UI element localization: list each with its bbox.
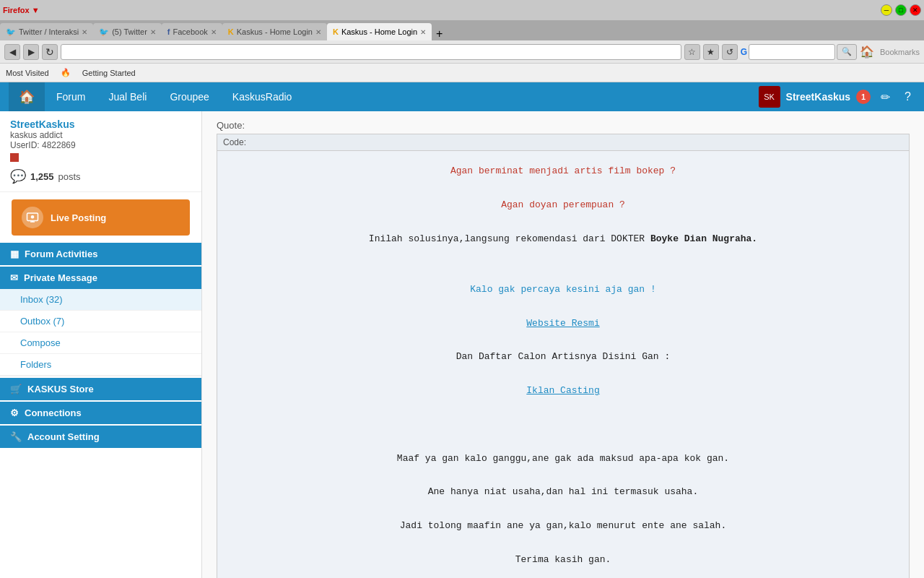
sidebar-live-posting-button[interactable]: Live Posting: [12, 199, 190, 236]
private-message-submenu: Inbox (32) Outbox (7) Compose Folders: [0, 289, 201, 376]
star-filled-button[interactable]: ★: [703, 44, 719, 60]
tab-close[interactable]: ✕: [211, 28, 217, 36]
tab-label: Kaskus - Home Login: [341, 27, 417, 36]
sidebar-inbox[interactable]: Inbox (32): [0, 289, 201, 311]
code-box: Code: Agan berminat menjadi artis film b…: [217, 134, 910, 578]
page: 🏠 Forum Jual Beli Groupee KaskusRadio SK…: [0, 82, 924, 578]
new-tab-button[interactable]: +: [432, 27, 447, 40]
kaskus-home-button[interactable]: 🏠: [9, 82, 45, 111]
live-posting-label: Live Posting: [51, 212, 106, 223]
tab-kaskus-1[interactable]: K Kaskus - Home Login ✕: [222, 23, 327, 40]
bookmarks-bar: Most Visited 🔥 Getting Started: [0, 64, 924, 82]
browser-addressbar: ◀ ▶ ↻ www.kaskus.co.id/pm/view/0/3956657…: [0, 40, 924, 64]
forward-button[interactable]: ▶: [23, 44, 39, 60]
sidebar-connections[interactable]: ⚙ Connections: [0, 402, 201, 424]
sidebar-forum-activities[interactable]: ▦ Forum Activities: [0, 243, 201, 265]
help-icon[interactable]: ?: [900, 90, 915, 103]
tab-kaskus-2[interactable]: K Kaskus - Home Login ✕: [327, 23, 432, 40]
window-controls: ─ □ ✕: [881, 4, 921, 16]
posts-label: posts: [58, 171, 81, 182]
sidebar-account-setting[interactable]: 🔧 Account Setting: [0, 426, 201, 448]
notification-badge[interactable]: 1: [856, 90, 871, 104]
forum-activities-icon: ▦: [10, 249, 19, 259]
search-input[interactable]: pierce the veil: [749, 44, 835, 60]
google-logo: G: [741, 47, 747, 57]
tab-close[interactable]: ✕: [150, 28, 156, 36]
kaskus-tab-icon-1: K: [228, 27, 234, 36]
account-setting-label: Account Setting: [27, 431, 100, 442]
search-button[interactable]: 🔍: [837, 44, 857, 60]
msg-line-7: Iklan Casting: [232, 382, 894, 399]
tab-label: (5) Twitter: [112, 27, 147, 36]
minimize-button[interactable]: ─: [881, 4, 892, 16]
star-button[interactable]: ☆: [684, 44, 700, 60]
kaskus-store-icon: 🛒: [10, 384, 22, 394]
tab-close[interactable]: ✕: [420, 28, 426, 36]
reload-button[interactable]: ↺: [722, 44, 738, 60]
tab-twitter-interaksi[interactable]: 🐦 Twitter / Interaksi ✕: [0, 23, 93, 40]
tab-label: Facebook: [173, 27, 208, 36]
connections-label: Connections: [25, 407, 82, 418]
facebook-tab-icon: f: [167, 27, 170, 36]
bookmark-most-visited[interactable]: Most Visited: [6, 69, 49, 77]
nav-forum[interactable]: Forum: [45, 82, 97, 111]
user-avatar: SK: [759, 86, 780, 108]
msg-line-6: Dan Daftar Calon Artisnya Disini Gan :: [232, 348, 894, 365]
sidebar-kaskus-store[interactable]: 🛒 KASKUS Store: [0, 378, 201, 400]
msg-line-2: Agan doyan perempuan ?: [232, 197, 894, 213]
address-input[interactable]: www.kaskus.co.id/pm/view/0/39566576: [61, 44, 681, 60]
refresh-button[interactable]: ↻: [42, 44, 58, 60]
sidebar-compose[interactable]: Compose: [0, 332, 201, 354]
posts-count: 1,255: [30, 171, 54, 182]
maximize-button[interactable]: □: [895, 4, 907, 16]
nav-right: SK StreetKaskus 1 ✏ ?: [759, 86, 915, 108]
firefox-logo: Firefox ▼: [3, 6, 40, 14]
search-wrapper: G pierce the veil 🔍: [741, 44, 857, 60]
nav-jual-beli[interactable]: Jual Beli: [97, 82, 158, 111]
msg-line-8: Maaf ya gan kalo ganggu,ane gak ada maks…: [232, 450, 894, 467]
user-status-indicator: [10, 153, 19, 162]
sidebar-private-message[interactable]: ✉ Private Message: [0, 267, 201, 289]
home-button[interactable]: 🏠: [860, 45, 874, 59]
twitter-tab-icon: 🐦: [6, 27, 16, 37]
bookmarks-label: Bookmarks: [880, 48, 920, 56]
close-button[interactable]: ✕: [910, 4, 921, 16]
code-content: Agan berminat menjadi artis film bokep ?…: [217, 151, 909, 578]
tab-close[interactable]: ✕: [82, 28, 87, 36]
msg-line-10: Jadi tolong maafin ane ya gan,kalo menur…: [232, 517, 894, 534]
tab-label: Twitter / Interaksi: [19, 27, 79, 36]
tab-twitter-5[interactable]: 🐦 (5) Twitter ✕: [93, 23, 162, 40]
tab-facebook[interactable]: f Facebook ✕: [162, 23, 222, 40]
code-label: Code:: [217, 134, 909, 151]
sidebar: StreetKaskus kaskus addict UserID: 48228…: [0, 111, 202, 578]
msg-line-5: Website Resmi: [232, 315, 894, 332]
nav-groupee[interactable]: Groupee: [158, 82, 220, 111]
sidebar-folders[interactable]: Folders: [0, 354, 201, 376]
live-posting-icon: [22, 207, 43, 228]
kaskus-navbar: 🏠 Forum Jual Beli Groupee KaskusRadio SK…: [0, 82, 924, 111]
msg-line-4: Kalo gak percaya kesini aja gan !: [232, 281, 894, 298]
posts-row: 💬 1,255 posts: [10, 168, 191, 184]
kaskus-store-label: KASKUS Store: [27, 384, 94, 394]
msg-line-3: Inilah solusinya,langsung rekomendasi da…: [232, 230, 894, 247]
tab-label: Kaskus - Home Login: [237, 27, 313, 36]
bookmark-getting-started[interactable]: Getting Started: [82, 69, 136, 77]
private-message-icon: ✉: [10, 272, 18, 283]
quote-label: Quote:: [217, 120, 910, 131]
msg-line-1: Agan berminat menjadi artis film bokep ?: [232, 163, 894, 179]
connections-icon: ⚙: [10, 407, 19, 418]
forum-activities-label: Forum Activities: [25, 249, 97, 259]
edit-icon[interactable]: ✏: [876, 90, 894, 104]
sidebar-username[interactable]: StreetKaskus: [10, 118, 191, 130]
content-area: StreetKaskus kaskus addict UserID: 48228…: [0, 111, 924, 578]
main-content: Quote: Code: Agan berminat menjadi artis…: [202, 111, 924, 578]
tab-close[interactable]: ✕: [315, 28, 321, 36]
nav-kaskus-radio[interactable]: KaskusRadio: [221, 82, 304, 111]
msg-line-9: Ane hanya niat usaha,dan hal ini termasu…: [232, 483, 894, 500]
sidebar-outbox[interactable]: Outbox (7): [0, 311, 201, 332]
back-button[interactable]: ◀: [4, 44, 20, 60]
msg-line-11: Terima kasih gan.: [232, 551, 894, 568]
svg-point-1: [31, 215, 35, 219]
account-setting-icon: 🔧: [10, 431, 22, 442]
browser-titlebar: Firefox ▼ ─ □ ✕: [0, 0, 924, 20]
